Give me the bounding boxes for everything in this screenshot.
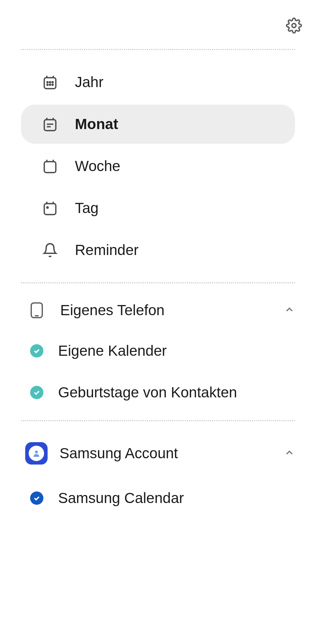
calendar-item-own[interactable]: Eigene Kalender — [0, 330, 316, 372]
svg-point-8 — [50, 84, 51, 85]
drawer-panel: Jahr Monat Woc — [0, 0, 316, 528]
calendar-year-icon — [42, 74, 58, 90]
settings-button[interactable] — [286, 17, 302, 35]
svg-point-6 — [52, 82, 53, 83]
gear-icon — [286, 17, 302, 34]
account-header-phone[interactable]: Eigenes Telefon — [0, 290, 316, 330]
svg-rect-10 — [44, 120, 56, 130]
calendar-label: Samsung Calendar — [58, 490, 184, 507]
chevron-up-icon — [284, 447, 295, 460]
drawer-header — [0, 0, 316, 49]
svg-point-24 — [35, 451, 38, 453]
checkbox-checked-icon — [30, 344, 43, 358]
account-section-samsung: Samsung Account Samsung Calendar — [0, 421, 316, 528]
view-list: Jahr Monat Woc — [0, 50, 316, 282]
svg-point-0 — [292, 23, 296, 28]
view-item-month[interactable]: Monat — [21, 105, 295, 144]
view-item-week[interactable]: Woche — [21, 147, 295, 186]
account-header-samsung[interactable]: Samsung Account — [0, 432, 316, 475]
view-label: Monat — [75, 116, 118, 133]
svg-rect-18 — [44, 204, 56, 214]
calendar-label: Geburtstage von Kontakten — [58, 383, 251, 402]
svg-point-21 — [47, 207, 48, 208]
svg-point-7 — [47, 84, 48, 85]
svg-point-4 — [47, 82, 48, 83]
account-label: Eigenes Telefon — [60, 302, 284, 319]
samsung-account-icon — [25, 442, 48, 465]
view-item-day[interactable]: Tag — [21, 189, 295, 228]
view-label: Woche — [75, 158, 120, 175]
bell-icon — [42, 242, 58, 258]
view-label: Reminder — [75, 242, 139, 259]
calendar-label: Eigene Kalender — [58, 341, 181, 361]
account-section-phone: Eigenes Telefon Eigene Kalender Gebur — [0, 283, 316, 420]
calendar-item-samsung[interactable]: Samsung Calendar — [0, 475, 316, 518]
calendar-month-icon — [42, 116, 58, 132]
svg-point-9 — [52, 84, 53, 85]
calendar-week-icon — [42, 158, 58, 174]
view-label: Jahr — [75, 74, 104, 91]
phone-icon — [28, 302, 45, 319]
view-label: Tag — [75, 200, 99, 217]
chevron-up-icon — [284, 304, 295, 317]
checkbox-checked-icon — [30, 491, 43, 505]
view-item-reminder[interactable]: Reminder — [21, 231, 295, 270]
checkbox-checked-icon — [30, 386, 43, 399]
svg-point-5 — [50, 82, 51, 83]
calendar-item-birthdays[interactable]: Geburtstage von Kontakten — [0, 372, 316, 413]
calendar-day-icon — [42, 200, 58, 216]
svg-rect-15 — [44, 162, 56, 172]
account-label: Samsung Account — [59, 445, 284, 462]
view-item-year[interactable]: Jahr — [21, 63, 295, 102]
